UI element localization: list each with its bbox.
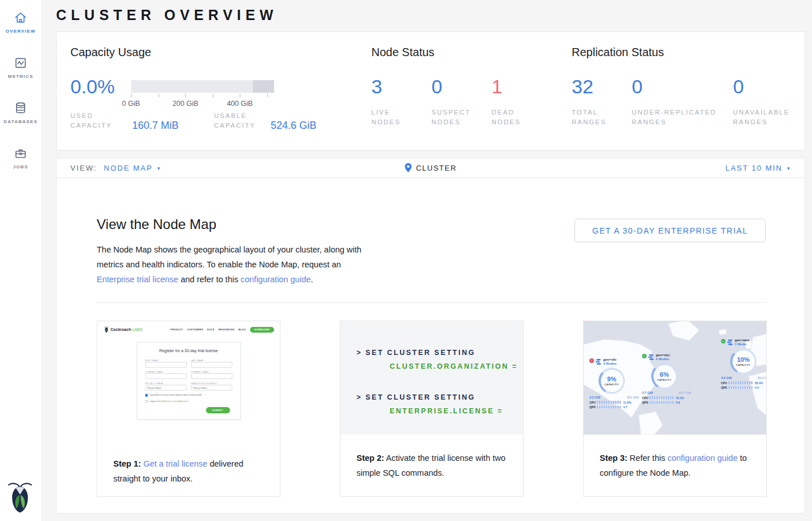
cpu-label: CPU	[589, 401, 597, 404]
stat-value: 0	[632, 76, 643, 97]
time-range-dropdown[interactable]: LAST 10 MIN ▾	[726, 164, 791, 172]
project-phase-select: Please Select	[145, 385, 187, 390]
cpu-value: 58.3%	[755, 381, 763, 385]
capacity-percent: 10%	[737, 356, 750, 363]
time-range-value: LAST 10 MIN	[726, 164, 783, 172]
configuration-guide-link[interactable]: configuration guide	[667, 453, 738, 463]
nodes-stack-icon	[596, 359, 601, 365]
node-map-preview-image: ! geo=sfo2 Nodes 9% CAPACITY 3.2 GiB351 …	[584, 321, 766, 435]
nav-customers: CUSTOMERS	[187, 328, 203, 331]
qps-bar	[597, 406, 621, 409]
get-trial-license-link[interactable]: Get a trial license	[143, 459, 207, 468]
axis-tick-label: 400 GiB	[227, 100, 252, 108]
nodes-stack-icon	[648, 354, 654, 360]
used-capacity: 3.2 GiB	[589, 396, 600, 399]
node-map-heading: View the Node Map	[97, 216, 216, 232]
enterprise-trial-button[interactable]: GET A 30-DAY ENTERPRISE TRIAL	[575, 219, 766, 242]
form-title: Register for a 30-day trial license	[145, 349, 232, 353]
stat-label: DEAD NODES	[492, 108, 532, 127]
stat-value: 0	[431, 76, 442, 97]
enterprise-trial-license-link[interactable]: Enterprise trial license	[97, 275, 179, 284]
capacity-bar-nonusable-segment	[253, 80, 275, 93]
view-selected-value: NODE MAP	[104, 164, 153, 172]
chevron-down-icon: ▾	[157, 165, 161, 171]
usable-capacity-value: 524.6 GiB	[271, 120, 316, 132]
sidebar-item-databases[interactable]: DATABASES	[0, 101, 41, 124]
step1-card: Cockroach LABS PRODUCT CUSTOMERS DOCS RE…	[97, 321, 280, 497]
configuration-guide-link[interactable]: configuration guide	[240, 275, 311, 284]
warning-status-icon: !	[589, 358, 594, 363]
section-title: Node Status	[371, 46, 434, 59]
description-text: and refer to this	[179, 275, 241, 284]
total-capacity: 43.7 GiB	[679, 391, 691, 394]
cockroach-labs-mini-logo: Cockroach LABS	[104, 326, 142, 333]
cluster-summary-card: Capacity Usage 0.0% 0 GiB 200 GiB 400 Gi…	[56, 31, 805, 151]
sidebar-item-overview[interactable]: OVERVIEW	[0, 10, 41, 34]
capacity-label: CAPACITY	[657, 378, 671, 381]
used-capacity-value: 160.7 MiB	[132, 120, 179, 132]
qps-value: 4.7	[623, 405, 627, 409]
nodes-stack-icon	[727, 340, 733, 345]
sidebar-item-label: JOBS	[0, 164, 41, 169]
step-number: Step 2:	[357, 453, 384, 463]
capacity-bar: 0 GiB 200 GiB 400 GiB	[131, 80, 274, 108]
section-title: Capacity Usage	[70, 46, 151, 59]
submit-button: SUBMIT	[206, 407, 230, 413]
nav-product: PRODUCT	[171, 328, 183, 331]
download-button: DOWNLOAD	[250, 327, 274, 333]
stat-value: 32	[572, 76, 593, 97]
cpu-value: 11.0%	[623, 401, 631, 404]
cockroach-labs-logo	[8, 481, 32, 513]
reason-select: Please Select	[191, 385, 232, 390]
step3-caption: Step 3: Refer this configuration guide t…	[584, 435, 766, 480]
capacity-usage-section: Capacity Usage 0.0% 0 GiB 200 GiB 400 Gi…	[70, 32, 345, 150]
node-count: 2 Nodes	[656, 357, 670, 361]
capacity-ring: 10% CAPACITY	[730, 348, 756, 374]
stat-label: LIVE NODES	[371, 108, 411, 127]
cluster-label: CLUSTER	[416, 164, 457, 172]
ok-status-icon: ✓	[642, 354, 647, 358]
description-text: The Node Map shows the geographical layo…	[97, 245, 362, 269]
first-name-input	[145, 362, 187, 368]
license-agree-checkbox	[145, 400, 148, 403]
qps-label: QPS	[721, 386, 728, 389]
view-selector-dropdown[interactable]: VIEW: NODE MAP ▾	[70, 164, 161, 172]
usable-capacity-label: USABLE CAPACITY	[214, 111, 271, 131]
sql-line: ENTERPRISE.LICENSE =	[357, 404, 523, 418]
capacity-percent: 0.0%	[70, 76, 115, 98]
axis-tick-label: 200 GiB	[172, 100, 198, 108]
registration-screenshot: Cockroach LABS PRODUCT CUSTOMERS DOCS RE…	[97, 321, 280, 440]
step-number: Step 1:	[113, 459, 141, 468]
step2-card: > SET CLUSTER SETTING CLUSTER.ORGANIZATI…	[340, 321, 524, 497]
home-icon	[13, 10, 28, 25]
stat-label: UNDER-REPLICATED RANGES	[632, 108, 723, 127]
sql-line: CLUSTER.ORGANIZATION =	[357, 360, 523, 373]
overview-panel: VIEW: NODE MAP ▾ CLUSTER LAST 10 MIN ▾ V…	[56, 158, 805, 514]
step1-caption: Step 1: Get a trial license delivered st…	[97, 440, 280, 486]
sidebar-item-metrics[interactable]: METRICS	[0, 56, 41, 79]
under-replicated-ranges-stat: 0 UNDER-REPLICATED RANGES	[632, 76, 733, 127]
qps-bar	[649, 401, 674, 404]
map-node-nyc: ✓ geo=nyc2 Nodes 6% CAPACITY 3.7 GiB43.7…	[642, 353, 696, 404]
qps-label: QPS	[642, 401, 649, 404]
total-capacity: 351 GiB	[627, 396, 639, 399]
last-name-input	[191, 362, 232, 368]
dead-nodes-stat: 1 DEAD NODES	[492, 76, 552, 127]
unavailable-ranges-stat: 0 UNAVAILABLE RANGES	[733, 76, 807, 127]
qps-value: 4.4	[755, 386, 759, 389]
caption-text: Refer this	[627, 453, 667, 463]
sidebar-item-label: DATABASES	[0, 119, 41, 124]
node-count: 2 Nodes	[603, 362, 616, 365]
axis-tick-label: 0 GiB	[122, 100, 140, 108]
capacity-label: CAPACITY	[736, 364, 750, 366]
main-content: CLUSTER OVERVIEW Capacity Usage 0.0% 0 G…	[41, 0, 812, 521]
capacity-percent: 6%	[660, 371, 669, 378]
step2-caption: Step 2: Activate the trial license with …	[340, 435, 523, 480]
sql-code-block: > SET CLUSTER SETTING CLUSTER.ORGANIZATI…	[340, 321, 523, 435]
license-agreement-link: Software License Agreement.	[162, 400, 189, 402]
ok-status-icon: ✓	[721, 339, 726, 344]
map-node-sfo: ! geo=sfo2 Nodes 9% CAPACITY 3.2 GiB351 …	[589, 358, 643, 409]
cpu-bar	[728, 381, 752, 384]
sidebar-item-jobs[interactable]: JOBS	[0, 146, 41, 169]
used-capacity: 3.6 GiB	[721, 376, 732, 380]
